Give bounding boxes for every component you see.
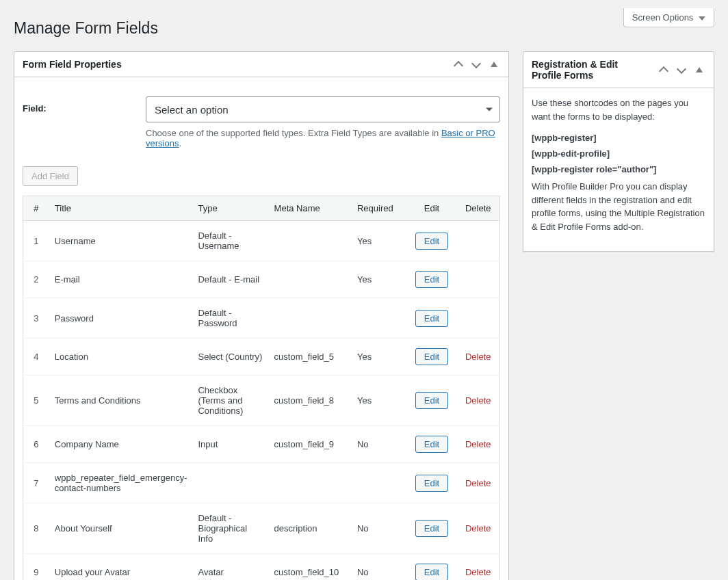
panel-title: Form Field Properties (14, 52, 450, 77)
row-title: E-mail (49, 261, 193, 298)
row-meta: custom_field_9 (269, 426, 352, 463)
row-required: Yes (352, 375, 407, 426)
table-row: 4LocationSelect (Country)custom_field_5Y… (23, 339, 500, 375)
row-num: 8 (23, 503, 49, 554)
panel-move-down-icon[interactable] (467, 55, 485, 74)
col-edit: Edit (407, 196, 457, 221)
edit-button[interactable]: Edit (415, 475, 448, 492)
col-type: Type (192, 196, 268, 221)
row-title: Upload your Avatar (49, 554, 193, 581)
table-row: 9Upload your AvatarAvatarcustom_field_10… (23, 554, 500, 581)
row-required: No (352, 554, 407, 581)
delete-link[interactable]: Delete (465, 395, 491, 406)
row-required (352, 463, 407, 503)
fields-table: # Title Type Meta Name Required Edit Del… (23, 196, 500, 580)
sidebar-intro: Use these shortcodes on the pages you wa… (532, 96, 705, 123)
row-type (192, 463, 268, 503)
edit-button[interactable]: Edit (415, 271, 448, 288)
shortcode: [wppb-register] (532, 133, 705, 143)
row-title: Password (49, 298, 193, 339)
edit-button[interactable]: Edit (415, 310, 448, 327)
table-row: 1UsernameDefault - UsernameYesEdit (23, 221, 500, 261)
row-type: Default - Username (192, 221, 268, 261)
row-required: Yes (352, 221, 407, 261)
screen-options-label: Screen Options (632, 12, 694, 23)
col-required: Required (352, 196, 407, 221)
row-title: Terms and Conditions (49, 375, 193, 426)
panel-move-up-icon[interactable] (450, 55, 467, 74)
row-type: Avatar (192, 554, 268, 581)
table-row: 8About YourselfDefault - Biographical In… (23, 503, 500, 554)
add-field-button[interactable]: Add Field (23, 166, 78, 186)
row-required: Yes (352, 339, 407, 375)
table-row: 6Company NameInputcustom_field_9NoEditDe… (23, 426, 500, 463)
row-meta: custom_field_8 (269, 375, 352, 426)
field-type-select[interactable]: Select an option (146, 96, 500, 122)
row-num: 1 (23, 221, 49, 261)
row-type: Checkbox (Terms and Conditions) (192, 375, 268, 426)
page-title: Manage Form Fields (14, 19, 714, 38)
col-num: # (23, 196, 49, 221)
sidebar-toggle-icon[interactable] (690, 60, 708, 79)
table-row: 5Terms and ConditionsCheckbox (Terms and… (23, 375, 500, 426)
row-type: Input (192, 426, 268, 463)
row-num: 7 (23, 463, 49, 503)
edit-button[interactable]: Edit (415, 348, 448, 365)
row-required: No (352, 426, 407, 463)
sidebar-outro: With Profile Builder Pro you can display… (532, 180, 705, 233)
table-row: 3PasswordDefault - PasswordEdit (23, 298, 500, 339)
edit-button[interactable]: Edit (415, 520, 448, 537)
select-placeholder: Select an option (155, 104, 229, 116)
chevron-down-icon (699, 16, 705, 21)
shortcode: [wppb-edit-profile] (532, 148, 705, 159)
sidebar-title: Registration & Edit Profile Forms (523, 52, 655, 88)
shortcode: [wppb-register role="author"] (532, 164, 705, 174)
row-meta (269, 463, 352, 503)
table-row: 7wppb_repeater_field_emergency-contact-n… (23, 463, 500, 503)
field-description: Choose one of the supported field types.… (146, 128, 500, 148)
col-title: Title (49, 196, 193, 221)
row-num: 2 (23, 261, 49, 298)
row-required: No (352, 503, 407, 554)
row-meta (269, 221, 352, 261)
row-required (352, 298, 407, 339)
row-num: 4 (23, 339, 49, 375)
row-meta: custom_field_10 (269, 554, 352, 581)
edit-button[interactable]: Edit (415, 392, 448, 409)
row-num: 9 (23, 554, 49, 581)
row-title: Location (49, 339, 193, 375)
row-type: Default - E-mail (192, 261, 268, 298)
sidebar-move-down-icon[interactable] (673, 60, 690, 79)
registration-forms-panel: Registration & Edit Profile Forms Use th… (523, 51, 714, 252)
row-num: 6 (23, 426, 49, 463)
panel-toggle-icon[interactable] (485, 55, 503, 74)
row-title: About Yourself (49, 503, 193, 554)
row-meta (269, 298, 352, 339)
delete-link[interactable]: Delete (465, 439, 491, 449)
row-type: Default - Password (192, 298, 268, 339)
edit-button[interactable]: Edit (415, 436, 448, 453)
sidebar-move-up-icon[interactable] (655, 60, 673, 79)
row-title: Username (49, 221, 193, 261)
delete-link[interactable]: Delete (465, 352, 491, 362)
field-label: Field: (23, 96, 146, 148)
row-meta (269, 261, 352, 298)
row-type: Default - Biographical Info (192, 503, 268, 554)
row-meta: custom_field_5 (269, 339, 352, 375)
table-row: 2E-mailDefault - E-mailYesEdit (23, 261, 500, 298)
row-title: Company Name (49, 426, 193, 463)
dropdown-caret-icon (486, 108, 493, 111)
delete-link[interactable]: Delete (465, 523, 491, 533)
row-type: Select (Country) (192, 339, 268, 375)
edit-button[interactable]: Edit (415, 233, 448, 250)
edit-button[interactable]: Edit (415, 564, 448, 580)
row-num: 3 (23, 298, 49, 339)
screen-options-button[interactable]: Screen Options (623, 8, 714, 27)
row-required: Yes (352, 261, 407, 298)
row-title: wppb_repeater_field_emergency-contact-nu… (49, 463, 193, 503)
row-meta: description (269, 503, 352, 554)
delete-link[interactable]: Delete (465, 478, 491, 488)
row-num: 5 (23, 375, 49, 426)
col-delete: Delete (457, 196, 500, 221)
delete-link[interactable]: Delete (465, 567, 491, 577)
